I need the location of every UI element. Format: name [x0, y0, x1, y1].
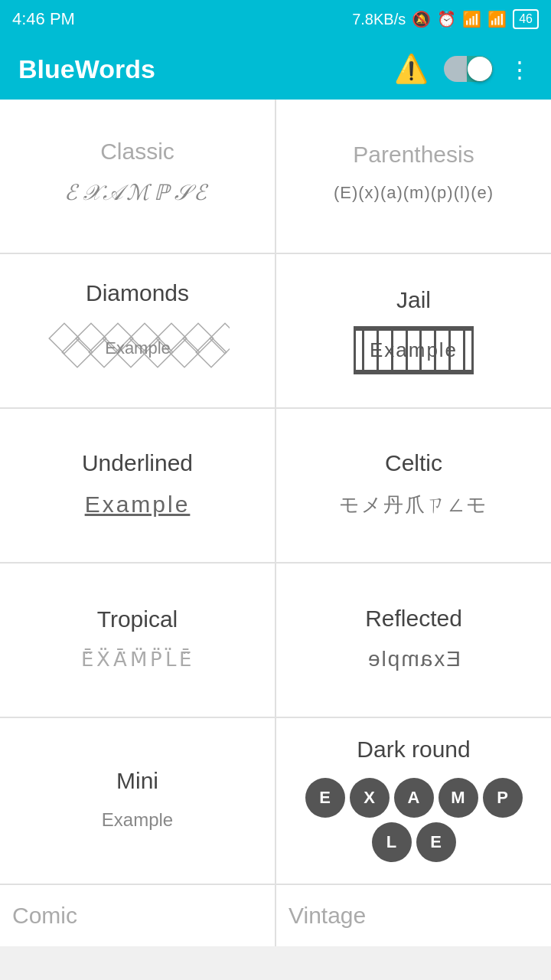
card-title: Vintage	[289, 903, 366, 929]
network-speed: 7.8KB/s	[352, 11, 406, 28]
dark-round-letter-a: A	[394, 778, 434, 818]
svg-rect-5	[183, 323, 214, 354]
status-icons: 7.8KB/s 🔕 ⏰ 📶 📶 46	[352, 9, 539, 29]
card-title: Jail	[396, 287, 431, 313]
card-title: Diamonds	[86, 280, 189, 306]
dark-round-letter-e: E	[305, 778, 345, 818]
list-item[interactable]: Parenthesis (E)(x)(a)(m)(p)(l)(e)	[276, 100, 551, 253]
card-title: Underlined	[82, 450, 193, 476]
list-item[interactable]: Comic	[0, 885, 275, 946]
card-title: Parenthesis	[353, 142, 474, 168]
svg-rect-1	[76, 323, 106, 354]
wifi-icon: 📶	[487, 10, 507, 28]
warning-icon[interactable]: ⚠️	[394, 53, 429, 85]
card-example: モメ丹爪ㄗ∠モ	[339, 492, 488, 518]
alarm-icon: ⏰	[437, 10, 456, 28]
list-item[interactable]: Classic ℰ𝒳𝒜ℳℙ𝒮ℰ	[0, 100, 275, 253]
card-example: ℰ𝒳𝒜ℳℙ𝒮ℰ	[64, 180, 211, 206]
card-title: Dark round	[357, 737, 470, 763]
list-item[interactable]: Underlined Example	[0, 409, 275, 562]
more-options-icon[interactable]: ⋮	[508, 56, 533, 83]
dark-round-letter-p: P	[483, 778, 523, 818]
card-title: Reflected	[365, 606, 462, 632]
card-example: Ē̈ẌĀ̈M̈P̈L̈Ē̈	[81, 648, 194, 671]
dark-round-letter-e2: E	[416, 822, 456, 862]
svg-rect-11	[169, 337, 200, 368]
card-title: Celtic	[385, 450, 442, 476]
app-bar: BlueWords ⚠️ ⋮	[0, 38, 551, 100]
card-title: Mini	[116, 768, 158, 794]
card-example: Example	[46, 322, 230, 378]
card-example: Example	[367, 647, 461, 671]
card-title: Tropical	[97, 606, 178, 632]
svg-rect-12	[196, 337, 227, 368]
dark-round-letter-x: X	[350, 778, 390, 818]
svg-text:Example: Example	[105, 338, 171, 358]
dark-round-letter-l: L	[372, 822, 412, 862]
battery-display: 46	[513, 9, 539, 29]
list-item[interactable]: Tropical Ē̈ẌĀ̈M̈P̈L̈Ē̈	[0, 564, 275, 717]
list-item[interactable]: Dark round E X A M P L E	[276, 718, 551, 884]
theme-toggle[interactable]	[444, 56, 493, 82]
card-example: Example	[85, 492, 191, 518]
card-title: Classic	[100, 139, 174, 165]
time-display: 4:46 PM	[12, 9, 75, 29]
list-item[interactable]: Vintage	[276, 885, 551, 946]
mute-icon: 🔕	[412, 10, 431, 28]
app-title: BlueWords	[18, 54, 155, 84]
svg-rect-0	[49, 323, 80, 354]
card-example: E X A M P L E	[289, 778, 539, 862]
signal-icon: 📶	[462, 10, 481, 28]
list-item[interactable]: Mini Example	[0, 718, 275, 884]
svg-rect-7	[62, 337, 93, 368]
card-title: Comic	[12, 903, 77, 929]
dark-round-letter-m: M	[439, 778, 478, 818]
status-bar: 4:46 PM 7.8KB/s 🔕 ⏰ 📶 📶 46	[0, 0, 551, 38]
font-style-grid: Classic ℰ𝒳𝒜ℳℙ𝒮ℰ Parenthesis (E)(x)(a)(m)…	[0, 100, 551, 946]
list-item[interactable]: Jail Example	[276, 254, 551, 407]
list-item[interactable]: Diamonds	[0, 254, 275, 407]
app-bar-actions: ⚠️ ⋮	[394, 53, 533, 85]
card-example: (E)(x)(a)(m)(p)(l)(e)	[334, 183, 494, 203]
list-item[interactable]: Reflected Example	[276, 564, 551, 717]
card-example: Example	[354, 328, 474, 372]
card-example: Example	[102, 809, 173, 831]
list-item[interactable]: Celtic モメ丹爪ㄗ∠モ	[276, 409, 551, 562]
